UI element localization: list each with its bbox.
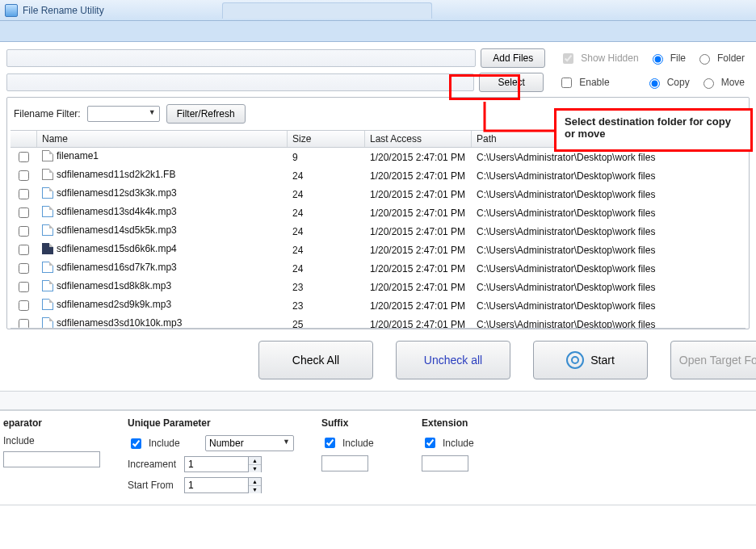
gear-icon [566,351,584,369]
row-checkbox[interactable] [19,300,29,311]
destination-path-input[interactable] [6,73,474,91]
row-checkbox[interactable] [19,152,29,162]
separator-include-label: Include [3,435,55,446]
move-radio[interactable] [704,78,714,89]
file-table: Name Size Last Access Path filename191/2… [10,131,746,329]
file-icon [42,169,53,180]
table-row[interactable]: sdfilenamesd14sd5k5k.mp3241/20/2015 2:47… [10,222,746,241]
table-row[interactable]: sdfilenamesd13sd4k4k.mp3241/20/2015 2:47… [10,203,746,222]
table-row[interactable]: sdfilenamesd3sd10k10k.mp3251/20/2015 2:4… [10,315,746,329]
open-target-folder-button[interactable]: Open Target Folder [670,341,756,379]
file-icon [42,187,53,199]
file-name: sdfilenamesd12sd3k3k.mp3 [57,187,177,199]
unique-include-label: Include [149,438,200,449]
increment-label: Increament [128,459,179,470]
row-checkbox[interactable] [19,319,29,329]
file-icon [42,280,53,291]
separator-input[interactable] [3,451,100,467]
filter-refresh-button[interactable]: Filter/Refresh [166,104,246,124]
increment-spinner[interactable]: ▲▼ [184,456,262,472]
down-arrow-icon[interactable]: ▼ [249,465,261,472]
start-label: Start [590,354,615,367]
unique-type-combo[interactable]: Number [205,435,294,451]
separator-group: eparator Include [0,417,103,498]
unique-title: Unique Parameter [128,417,294,429]
extension-input[interactable] [422,455,468,471]
table-row[interactable]: sdfilenamesd1sd8k8k.mp3231/20/2015 2:47:… [10,278,746,296]
file-last-access: 1/20/2015 2:47:01 PM [365,185,472,203]
extension-title: Extension [422,417,494,429]
file-radio-label: File [670,52,686,64]
increment-input[interactable] [185,457,248,471]
file-last-access: 1/20/2015 2:47:01 PM [365,241,472,259]
file-icon [42,243,53,254]
filter-label: Filename Filter: [14,108,81,119]
file-icon [42,299,53,310]
row-checkbox[interactable] [19,245,29,255]
table-row[interactable]: sdfilenamesd15sd6k6k.mp4241/20/2015 2:47… [10,241,746,259]
file-name: filename1 [57,150,99,161]
row-checkbox[interactable] [19,207,29,218]
file-path: C:\Users\Administrator\Desktop\work file… [472,278,746,296]
file-name: sdfilenamesd2sd9k9k.mp3 [57,299,171,310]
col-header-last-access[interactable]: Last Access [365,131,472,148]
folder-radio[interactable] [699,54,710,65]
unique-type-selected: Number [206,438,244,449]
show-hidden-checkbox[interactable] [563,53,573,64]
row-checkbox[interactable] [19,226,29,237]
start-from-spinner[interactable]: ▲▼ [184,477,262,493]
background-tab [222,2,432,19]
start-from-input[interactable] [185,478,248,492]
down-arrow-icon[interactable]: ▼ [249,486,261,493]
file-size: 24 [288,203,365,222]
row-checkbox[interactable] [19,263,29,274]
row-checkbox[interactable] [19,170,29,181]
extension-include-checkbox[interactable] [425,438,435,448]
suffix-input[interactable] [321,455,368,471]
row-checkbox[interactable] [19,282,29,292]
table-row[interactable]: sdfilenamesd11sd2k2k1.FB241/20/2015 2:47… [10,166,746,185]
filter-combo[interactable] [87,106,160,122]
file-name: sdfilenamesd3sd10k10k.mp3 [57,317,182,329]
extension-include-label: Include [443,438,494,449]
file-size: 9 [288,148,365,167]
up-arrow-icon[interactable]: ▲ [249,478,261,486]
move-radio-label: Move [721,77,745,88]
folder-radio-label: Folder [717,52,745,64]
file-icon [42,224,53,236]
file-size: 24 [288,241,365,259]
enable-checkbox[interactable] [561,78,572,88]
annotation-connector [483,100,556,136]
extension-group: Extension Include [418,417,498,498]
uncheck-all-button[interactable]: Uncheck all [396,341,510,379]
file-name: sdfilenamesd14sd5k5k.mp3 [57,224,177,236]
add-files-button[interactable]: Add Files [481,48,545,68]
copy-radio-label: Copy [667,77,690,88]
file-last-access: 1/20/2015 2:47:01 PM [365,222,472,241]
start-button[interactable]: Start [533,341,648,379]
file-size: 24 [288,185,365,203]
suffix-include-checkbox[interactable] [325,438,335,448]
unique-parameter-group: Unique Parameter Include Number Increame… [124,417,297,498]
table-row[interactable]: sdfilenamesd2sd9k9k.mp3231/20/2015 2:47:… [10,296,746,315]
annotation-hint: Select destination folder for copy or mo… [554,108,753,152]
file-name: sdfilenamesd11sd2k2k1.FB [57,169,175,180]
file-icon [42,317,53,329]
check-all-button[interactable]: Check All [258,341,373,379]
copy-radio[interactable] [649,78,660,89]
row-checkbox[interactable] [19,189,29,199]
file-radio[interactable] [653,54,663,65]
titlebar: File Rename Utility [0,0,756,21]
file-size: 24 [288,259,365,278]
col-header-checkbox[interactable] [10,131,37,148]
table-row[interactable]: sdfilenamesd12sd3k3k.mp3241/20/2015 2:47… [10,185,746,203]
app-icon [5,4,18,17]
col-header-size[interactable]: Size [288,131,365,148]
annotation-highlight-select [449,74,520,100]
up-arrow-icon[interactable]: ▲ [249,457,261,465]
suffix-include-label: Include [342,438,394,449]
unique-include-checkbox[interactable] [131,438,141,449]
table-row[interactable]: sdfilenamesd16sd7k7k.mp3241/20/2015 2:47… [10,259,746,278]
add-files-path-input[interactable] [6,49,476,67]
col-header-name[interactable]: Name [37,131,288,148]
